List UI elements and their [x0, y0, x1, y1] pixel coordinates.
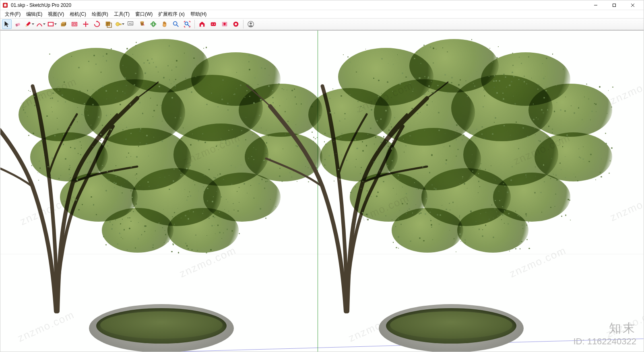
addloc-tool[interactable] [220, 19, 229, 29]
watermark-text: znzmo.com [608, 188, 644, 224]
select-tool[interactable] [2, 19, 12, 29]
addloc-icon [221, 21, 228, 28]
tape-icon [115, 21, 122, 28]
line-tool[interactable] [25, 19, 34, 29]
eraser-icon [14, 21, 22, 28]
title-bar[interactable]: 01.skp - SketchUp Pro 2020 [0, 0, 644, 10]
svg-rect-20 [211, 23, 216, 26]
menu-item-8[interactable]: 帮助(H) [188, 10, 210, 18]
dropdown-caret-icon[interactable] [43, 20, 46, 29]
tree-foliage [302, 35, 600, 257]
dropdown-caret-icon[interactable] [122, 20, 125, 29]
svg-rect-8 [106, 22, 110, 26]
app-window: 01.skp - SketchUp Pro 2020 文件(F)编辑(E)视图(… [0, 0, 644, 352]
menu-item-1[interactable]: 编辑(E) [23, 10, 45, 18]
svg-rect-19 [201, 25, 203, 27]
move-tool[interactable] [81, 19, 91, 29]
window-title: 01.skp - SketchUp Pro 2020 [11, 2, 71, 8]
shape-tool[interactable] [47, 19, 57, 29]
window-controls [586, 0, 642, 10]
svg-rect-4 [48, 23, 54, 26]
svg-point-21 [212, 24, 213, 25]
zoom-icon [172, 21, 180, 28]
minimize-button[interactable] [586, 0, 605, 10]
menu-item-5[interactable]: 工具(T) [111, 10, 132, 18]
separator-2 [243, 20, 244, 29]
svg-point-27 [250, 23, 252, 25]
signin-tool[interactable] [246, 19, 256, 29]
menu-item-3[interactable]: 相机(C) [67, 10, 89, 18]
svg-point-16 [152, 22, 154, 27]
svg-text:A1: A1 [129, 22, 133, 25]
rotate-icon [93, 21, 101, 28]
model-viewport[interactable]: 知末 ID: 1162240322 znzmo.comznzmo.comznzm… [0, 30, 644, 352]
main-toolbar: A1 [0, 18, 644, 30]
pencil-icon [25, 21, 32, 28]
rectangle-icon [47, 21, 54, 28]
text-tool[interactable]: A1 [126, 19, 136, 29]
user-icon [247, 21, 254, 28]
svg-point-22 [214, 24, 215, 25]
pushpull-tool[interactable] [58, 19, 68, 29]
cursor-icon [3, 21, 10, 28]
maximize-button[interactable] [605, 0, 623, 10]
svg-point-25 [235, 23, 237, 25]
menu-item-7[interactable]: 扩展程序 (x) [155, 10, 187, 18]
svg-point-15 [151, 23, 156, 25]
svg-point-14 [140, 21, 144, 23]
text-icon: A1 [127, 21, 134, 28]
close-button[interactable] [623, 0, 642, 10]
orbit-icon [150, 21, 157, 28]
menu-item-6[interactable]: 窗口(W) [132, 10, 155, 18]
zoomext-icon [184, 21, 191, 28]
menu-bar: 文件(F)编辑(E)视图(V)相机(C)绘图(R)工具(T)窗口(W)扩展程序 … [0, 10, 644, 18]
eraser-tool[interactable] [13, 19, 23, 29]
extension-icon [210, 21, 217, 28]
pan-tool[interactable] [160, 19, 169, 29]
offset-tool[interactable] [70, 19, 79, 29]
menu-item-0[interactable]: 文件(F) [2, 10, 23, 18]
svg-rect-6 [72, 23, 77, 26]
hand-icon [161, 21, 168, 28]
warehouse-icon [198, 21, 206, 28]
paint-tool[interactable] [137, 19, 147, 29]
dropdown-caret-icon[interactable] [54, 20, 57, 29]
arc-icon [36, 21, 43, 28]
move-icon [82, 21, 89, 28]
zoom-extents-tool[interactable] [182, 19, 192, 29]
tree-planter-right[interactable] [302, 35, 600, 352]
zoom-tool[interactable] [171, 19, 181, 29]
arc-tool[interactable] [36, 19, 45, 29]
svg-point-17 [173, 22, 177, 25]
extension-tool[interactable] [208, 19, 218, 29]
svg-rect-1 [613, 4, 616, 6]
scale-icon [105, 21, 112, 28]
tape-tool[interactable] [115, 19, 124, 29]
orbit-tool[interactable] [149, 19, 158, 29]
svg-rect-11 [119, 24, 121, 25]
svg-rect-5 [61, 23, 65, 26]
pushpull-icon [60, 21, 67, 28]
menu-item-2[interactable]: 视图(V) [45, 10, 67, 18]
separator-1 [194, 20, 195, 29]
svg-point-18 [185, 22, 188, 25]
dropdown-caret-icon[interactable] [31, 20, 35, 29]
warehouse-tool[interactable] [197, 19, 207, 29]
bucket-icon [138, 21, 146, 28]
menu-item-4[interactable]: 绘图(R) [89, 10, 111, 18]
svg-rect-7 [73, 23, 76, 25]
watermark-text: znzmo.com [608, 71, 644, 107]
layout-tool[interactable] [231, 19, 241, 29]
sketchup-app-icon [2, 2, 8, 8]
rotate-tool[interactable] [92, 19, 102, 29]
offset-icon [71, 21, 78, 28]
scale-tool[interactable] [103, 19, 113, 29]
layout-icon [232, 21, 239, 28]
